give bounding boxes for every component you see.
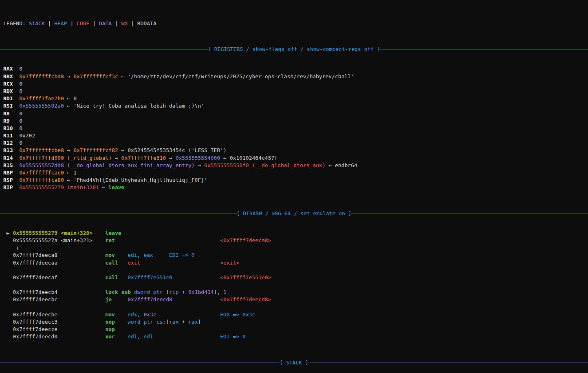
text-segment: | — [89, 20, 99, 26]
text-segment: RAX — [3, 66, 13, 72]
registers-panel-line: RSI 0x5555555592a0 ← 'Nice try! Coba ana… — [3, 102, 585, 110]
text-segment: ↓ — [3, 245, 19, 251]
text-segment: 0x1bd414 — [188, 289, 214, 295]
disasm-header-title: [ DISASM / x86-64 / set emulate on ] — [237, 210, 352, 217]
text-segment: R14 — [3, 155, 13, 161]
text-segment: 0x7fffffffca80 — [19, 177, 64, 183]
text-segment: mov — [105, 252, 115, 258]
text-segment: edi — [128, 333, 137, 340]
text-segment: | — [67, 20, 77, 26]
text-segment: call — [105, 274, 118, 280]
text-segment: word ptr cs: — [128, 319, 166, 325]
text-segment: CODE — [77, 20, 89, 26]
disasm-panel-line: ↓ — [3, 244, 585, 252]
registers-panel-line: R9 0 — [3, 117, 585, 125]
text-segment: 0x7ffff7deecd0 — [13, 333, 57, 340]
text-segment: ← — [99, 184, 108, 190]
text-segment: rax — [169, 319, 178, 325]
text-segment: mov — [105, 311, 115, 318]
text-segment: <exit> — [220, 260, 239, 266]
text-segment — [3, 311, 13, 318]
text-segment: eax — [143, 252, 153, 258]
text-segment: , — [137, 311, 144, 318]
text-segment: 0x5555555592a0 — [19, 103, 64, 109]
text-segment: <0x7ffff7deeca8> — [220, 237, 271, 243]
text-segment: 0 — [13, 88, 22, 94]
text-segment — [3, 319, 13, 325]
registers-panel-line: R10 0 — [3, 125, 585, 132]
separator-rule — [0, 49, 208, 50]
text-segment — [156, 311, 220, 318]
text-segment — [57, 274, 105, 280]
registers-panel-line: R15 0x555555557dd8 (__do_global_dtors_au… — [3, 162, 585, 169]
text-segment: EDI => 0 — [169, 252, 195, 258]
text-segment: ← 0x5245545f5353454c ('LESS_TER') — [118, 147, 227, 153]
text-segment: edx — [128, 311, 137, 318]
text-segment: RDI — [3, 95, 13, 102]
text-segment — [13, 103, 19, 109]
text-segment: 0x7fffffffcac0 — [19, 170, 64, 176]
text-segment: R8 — [3, 110, 10, 117]
text-segment: → — [195, 162, 204, 168]
text-segment: 0 — [10, 118, 22, 124]
text-segment: ← 0x10102464c457f — [220, 155, 277, 161]
text-segment: 0x7ffff7deecaa — [13, 260, 57, 266]
text-segment — [13, 147, 19, 153]
text-segment: 0x7fffffffcf82 — [73, 147, 118, 153]
text-segment — [115, 319, 128, 325]
text-segment — [172, 296, 220, 302]
text-segment: RDX — [3, 88, 13, 94]
text-segment — [3, 333, 13, 340]
text-segment: → — [166, 155, 175, 161]
text-segment: lock sub — [105, 289, 131, 295]
text-segment — [13, 184, 19, 190]
text-segment: ← 0 — [64, 95, 77, 102]
text-segment: → — [112, 155, 121, 161]
disasm-panel-line — [3, 304, 585, 311]
registers-panel-line: RDX 0 — [3, 88, 585, 95]
text-segment — [13, 162, 19, 168]
text-segment — [118, 274, 128, 280]
text-segment — [112, 296, 128, 302]
text-segment: exit — [128, 260, 140, 266]
text-segment: '/home/ztz/dev/ctf/ctf/writeups/2025/cyb… — [128, 73, 354, 79]
separator-rule — [0, 213, 237, 214]
text-segment: 0x7ffff7deecbe — [13, 311, 57, 318]
registers-panel-line: RAX 0 — [3, 65, 585, 73]
registers-panel-line: R8 0 — [3, 110, 585, 117]
registers-panel-line: RBP 0x7fffffffcac0 ← 1 — [3, 169, 585, 177]
text-segment: 0 — [13, 81, 22, 87]
text-segment — [3, 274, 13, 280]
text-segment — [57, 289, 105, 295]
text-segment: 0x555555555279 <main+320> — [13, 230, 92, 236]
text-segment: 0x7ffff7deecbc — [13, 296, 57, 302]
text-segment: RODATA — [137, 20, 156, 26]
text-segment: ← 1 — [64, 170, 77, 176]
text-segment — [13, 73, 19, 79]
text-segment: xor — [105, 333, 115, 340]
text-segment: 0 — [10, 110, 22, 117]
text-segment — [131, 289, 134, 295]
text-segment: 0x555555557dd8 (__do_global_dtors_aux_fi… — [19, 162, 194, 168]
text-segment: 0x5555555550f0 (__do_global_dtors_aux) — [204, 162, 325, 168]
text-segment: 0x55555555527a <main+321> — [13, 237, 92, 243]
registers-panel-line: RIP 0x555555555279 (main+320) ← leave — [3, 184, 585, 191]
text-segment: RIP — [3, 184, 13, 190]
text-segment — [13, 95, 19, 102]
disasm-panel-line: 0x7ffff7deecce nop — [3, 326, 585, 333]
text-segment: 0x7ffff7deecb4 — [13, 289, 57, 295]
registers-panel-line: RCX 0 — [3, 80, 585, 88]
disasm-panel-line: 0x7ffff7deecaf call 0x7ffff7e551c0 <0x7f… — [3, 274, 585, 281]
text-segment: ret — [105, 237, 115, 243]
text-segment — [3, 237, 13, 243]
text-segment: HEAP — [54, 20, 67, 26]
text-segment — [115, 237, 220, 243]
text-segment: edi — [128, 252, 137, 258]
text-segment: 0x7ffff7fae7b0 — [19, 95, 64, 102]
text-segment — [57, 296, 105, 302]
text-segment: 0 — [13, 125, 22, 131]
text-segment: + — [179, 289, 188, 295]
text-segment — [57, 333, 105, 340]
text-segment — [13, 170, 19, 176]
text-segment: leave — [108, 184, 124, 190]
